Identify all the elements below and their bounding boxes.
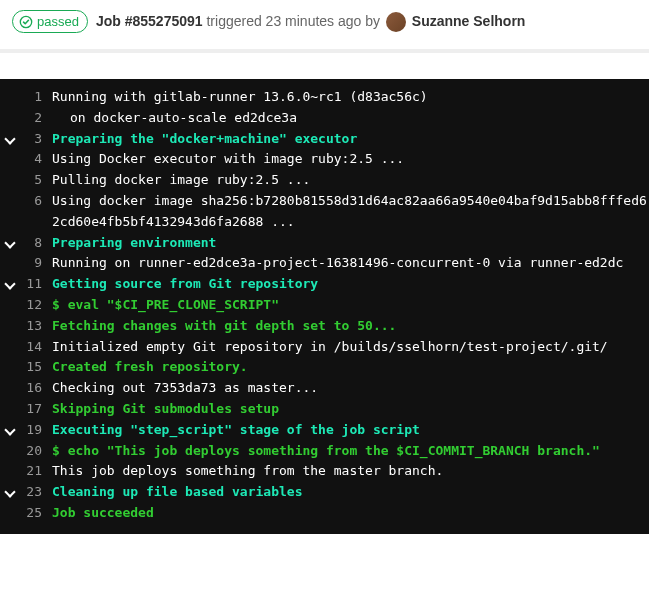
collapse-toggle [0,441,20,443]
log-text: Job succeeded [52,503,649,524]
line-number: 1 [20,87,52,108]
line-number: 9 [20,253,52,274]
job-log[interactable]: 1Running with gitlab-runner 13.6.0~rc1 (… [0,79,649,534]
line-number: 2 [20,108,52,129]
log-line: 9Running on runner-ed2dce3a-project-1638… [0,253,649,274]
log-text: Running on runner-ed2dce3a-project-16381… [52,253,649,274]
separator [0,49,649,53]
log-line: 5Pulling docker image ruby:2.5 ... [0,170,649,191]
log-section-header[interactable]: 19Executing "step_script" stage of the j… [0,420,649,441]
avatar[interactable] [386,12,406,32]
collapse-toggle [0,503,20,505]
job-title-wrap: Job #855275091 triggered 23 minutes ago … [96,12,525,32]
line-number: 23 [20,482,52,503]
chevron-down-icon [6,486,14,499]
line-number: 3 [20,129,52,150]
log-text: Fetching changes with git depth set to 5… [52,316,649,337]
line-number: 14 [20,337,52,358]
line-number: 4 [20,149,52,170]
log-line: 17Skipping Git submodules setup [0,399,649,420]
log-line: 6Using docker image sha256:b7280b81558d3… [0,191,649,233]
job-header: passed Job #855275091 triggered 23 minut… [0,0,649,43]
log-section-header[interactable]: 3Preparing the "docker+machine" executor [0,129,649,150]
line-number: 19 [20,420,52,441]
collapse-toggle [0,399,20,401]
line-number: 15 [20,357,52,378]
line-number: 8 [20,233,52,254]
chevron-down-icon [6,424,14,437]
line-number: 16 [20,378,52,399]
log-text: Preparing environment [52,233,649,254]
collapse-toggle [0,378,20,380]
log-text: Preparing the "docker+machine" executor [52,129,649,150]
log-line: 4Using Docker executor with image ruby:2… [0,149,649,170]
log-section-header[interactable]: 23Cleaning up file based variables [0,482,649,503]
collapse-toggle [0,191,20,193]
collapse-toggle[interactable] [0,129,20,149]
line-number: 25 [20,503,52,524]
log-text: Cleaning up file based variables [52,482,649,503]
log-text: on docker-auto-scale ed2dce3a [52,108,649,129]
line-number: 6 [20,191,52,212]
line-number: 11 [20,274,52,295]
line-number: 12 [20,295,52,316]
line-number: 5 [20,170,52,191]
collapse-toggle[interactable] [0,482,20,502]
job-title: Job #855275091 [96,12,203,28]
log-text: Running with gitlab-runner 13.6.0~rc1 (d… [52,87,649,108]
log-text: $ echo "This job deploys something from … [52,441,649,462]
log-text: Skipping Git submodules setup [52,399,649,420]
log-text: Pulling docker image ruby:2.5 ... [52,170,649,191]
log-line: 14Initialized empty Git repository in /b… [0,337,649,358]
collapse-toggle [0,461,20,463]
collapse-toggle[interactable] [0,274,20,294]
log-line: 16Checking out 7353da73 as master... [0,378,649,399]
collapse-toggle [0,149,20,151]
log-line: 13Fetching changes with git depth set to… [0,316,649,337]
log-text: Checking out 7353da73 as master... [52,378,649,399]
log-line: 20$ echo "This job deploys something fro… [0,441,649,462]
chevron-down-icon [6,133,14,146]
collapse-toggle [0,108,20,110]
collapse-toggle[interactable] [0,420,20,440]
job-trigger-text: triggered 23 minutes ago by [206,12,383,28]
log-text: Using Docker executor with image ruby:2.… [52,149,649,170]
status-badge[interactable]: passed [12,10,88,33]
collapse-toggle [0,316,20,318]
chevron-down-icon [6,237,14,250]
log-text: $ eval "$CI_PRE_CLONE_SCRIPT" [52,295,649,316]
log-section-header[interactable]: 8Preparing environment [0,233,649,254]
line-number: 13 [20,316,52,337]
log-text: Executing "step_script" stage of the job… [52,420,649,441]
log-line: 25Job succeeded [0,503,649,524]
log-text: Initialized empty Git repository in /bui… [52,337,649,358]
log-text: Getting source from Git repository [52,274,649,295]
collapse-toggle [0,170,20,172]
line-number: 17 [20,399,52,420]
collapse-toggle [0,295,20,297]
log-line: 12$ eval "$CI_PRE_CLONE_SCRIPT" [0,295,649,316]
log-text: Created fresh repository. [52,357,649,378]
log-text: Using docker image sha256:b7280b81558d31… [52,191,649,233]
collapse-toggle[interactable] [0,233,20,253]
collapse-toggle [0,87,20,89]
author-name[interactable]: Suzanne Selhorn [412,12,526,28]
log-section-header[interactable]: 11Getting source from Git repository [0,274,649,295]
line-number: 20 [20,441,52,462]
log-line: 1Running with gitlab-runner 13.6.0~rc1 (… [0,87,649,108]
log-line: 21This job deploys something from the ma… [0,461,649,482]
collapse-toggle [0,337,20,339]
status-badge-label: passed [37,14,79,29]
log-line: 2on docker-auto-scale ed2dce3a [0,108,649,129]
collapse-toggle [0,357,20,359]
log-text: This job deploys something from the mast… [52,461,649,482]
check-circle-icon [19,15,33,29]
line-number: 21 [20,461,52,482]
log-line: 15Created fresh repository. [0,357,649,378]
collapse-toggle [0,253,20,255]
chevron-down-icon [6,278,14,291]
